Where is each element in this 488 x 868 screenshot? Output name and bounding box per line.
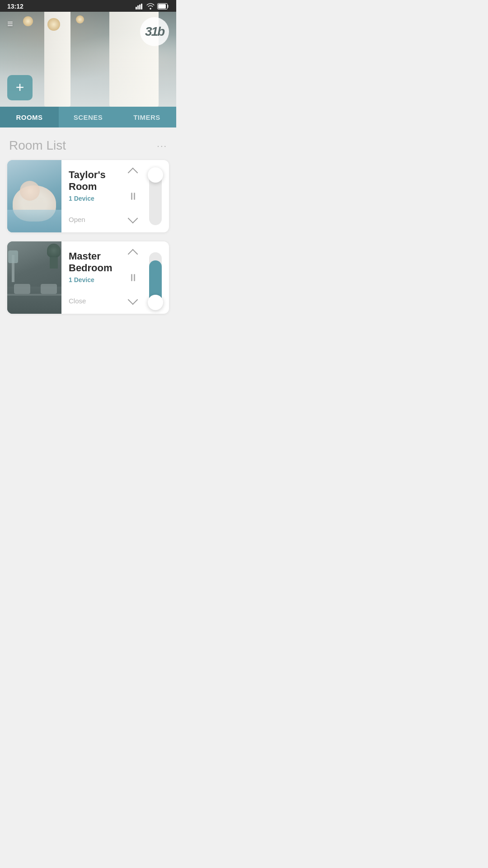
wifi-icon — [146, 3, 155, 9]
room-list-header: Room List ··· — [0, 127, 176, 160]
shade-down-button-taylors[interactable] — [129, 215, 136, 225]
shade-slider-taylors[interactable] — [142, 160, 169, 232]
shade-up-button-taylors[interactable] — [129, 167, 136, 178]
logo-text: 31b — [145, 24, 164, 39]
room-card-master-bedroom: Master Bedroom 1 Device Close — [7, 241, 169, 314]
shade-pause-button-master[interactable] — [131, 274, 135, 281]
status-time: 13:12 — [7, 3, 23, 10]
signal-icon — [136, 3, 144, 9]
room-devices-taylors: 1 Device — [69, 195, 122, 202]
room-controls-master — [127, 241, 142, 314]
light-ball-1 — [23, 16, 33, 26]
room-card-taylors-room: Taylor's Room 1 Device Open — [7, 160, 169, 232]
shade-pause-button-taylors[interactable] — [131, 193, 135, 200]
svg-rect-2 — [139, 5, 141, 9]
room-info-taylors: Taylor's Room 1 Device Open — [61, 160, 127, 232]
room-list-more-button[interactable]: ··· — [157, 141, 167, 151]
shade-slider-master[interactable] — [142, 241, 169, 314]
pendant-lights — [18, 12, 123, 39]
shade-up-button-master[interactable] — [129, 249, 136, 259]
room-status-taylors: Open — [69, 216, 122, 223]
slider-track-master — [149, 252, 162, 307]
room-image-taylors — [7, 160, 61, 232]
slider-thumb-master[interactable] — [148, 295, 163, 310]
tab-scenes[interactable]: SCENES — [59, 107, 117, 127]
room-list-title: Room List — [9, 138, 66, 153]
hero-section: ≡ 31b + — [0, 12, 176, 107]
menu-button[interactable]: ≡ — [7, 19, 13, 29]
svg-rect-5 — [158, 4, 166, 9]
svg-rect-0 — [136, 7, 137, 9]
shade-down-button-master[interactable] — [129, 296, 136, 307]
slider-track-taylors — [149, 171, 162, 225]
slider-thumb-taylors[interactable] — [148, 167, 163, 183]
add-room-button[interactable]: + — [7, 75, 33, 100]
room-info-master: Master Bedroom 1 Device Close — [61, 241, 127, 314]
room-devices-master: 1 Device — [69, 276, 122, 283]
main-tabs: ROOMS SCENES TIMERS — [0, 107, 176, 127]
status-bar: 13:12 — [0, 0, 176, 12]
tab-rooms[interactable]: ROOMS — [0, 107, 59, 127]
content-area: Room List ··· Taylor's Room 1 Device Ope… — [0, 127, 176, 341]
room-name-master: Master Bedroom — [69, 250, 122, 274]
battery-icon — [157, 3, 169, 9]
light-ball-2 — [47, 18, 60, 31]
add-icon: + — [16, 80, 24, 94]
svg-rect-1 — [137, 5, 139, 9]
room-image-master — [7, 241, 61, 314]
svg-rect-3 — [141, 4, 142, 9]
tab-timers[interactable]: TIMERS — [117, 107, 176, 127]
brand-logo: 31b — [140, 17, 169, 46]
room-controls-taylors — [127, 160, 142, 232]
room-status-master: Close — [69, 297, 122, 305]
room-name-taylors: Taylor's Room — [69, 169, 122, 193]
light-ball-3 — [76, 15, 84, 24]
status-icons — [136, 3, 169, 9]
